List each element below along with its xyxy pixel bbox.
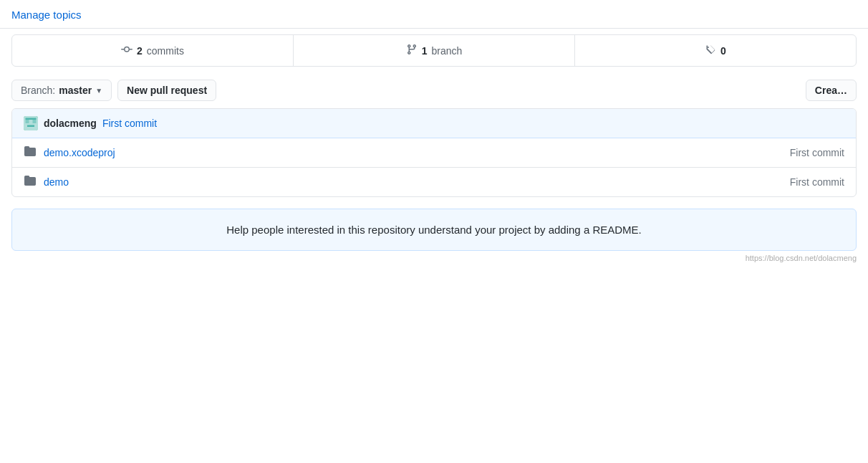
tag-icon <box>705 44 716 57</box>
folder-icon <box>24 175 37 189</box>
watermark: https://blog.csdn.net/dolacmeng <box>0 251 868 265</box>
toolbar: Branch: master ▼ New pull request Crea… <box>0 72 868 108</box>
chevron-down-icon: ▼ <box>95 87 102 95</box>
readme-banner-text: Help people interested in this repositor… <box>226 224 642 236</box>
new-pull-request-button[interactable]: New pull request <box>117 80 216 101</box>
top-divider <box>0 28 868 29</box>
branch-selector-button[interactable]: Branch: master ▼ <box>11 80 112 101</box>
commit-author: dolacmeng <box>44 118 97 129</box>
file-name-link[interactable]: demo <box>44 176 783 188</box>
branches-stat[interactable]: 1 branch <box>294 35 575 66</box>
readme-banner: Help people interested in this repositor… <box>11 209 857 251</box>
commits-count: 2 <box>137 45 143 57</box>
stats-bar: 2 commits 1 branch 0 <box>11 34 857 67</box>
file-commit-message: First commit <box>790 147 844 158</box>
branches-label: branch <box>431 45 462 57</box>
tags-stat[interactable]: 0 <box>575 35 856 66</box>
branch-button-label: Branch: <box>21 85 55 96</box>
avatar <box>24 116 38 130</box>
file-name-link[interactable]: demo.xcodeproj <box>44 147 783 158</box>
tags-count: 0 <box>720 45 726 57</box>
branch-icon <box>406 44 418 57</box>
svg-rect-1 <box>26 120 29 123</box>
file-rows-container: demo.xcodeprojFirst commit demoFirst com… <box>12 138 856 196</box>
file-commit-message: First commit <box>790 176 844 188</box>
create-button[interactable]: Crea… <box>806 80 857 101</box>
manage-topics-link[interactable]: Manage topics <box>11 9 82 21</box>
table-row: demoFirst commit <box>12 168 856 196</box>
table-row: demo.xcodeprojFirst commit <box>12 138 856 168</box>
branch-name: master <box>59 85 92 96</box>
commits-stat[interactable]: 2 commits <box>12 35 294 66</box>
file-table: dolacmeng First commit demo.xcodeprojFir… <box>11 108 857 197</box>
folder-icon <box>24 145 37 160</box>
commit-message-link[interactable]: First commit <box>102 118 157 129</box>
svg-rect-4 <box>26 118 37 120</box>
svg-rect-2 <box>33 120 37 123</box>
svg-rect-3 <box>27 125 34 128</box>
commit-icon <box>121 44 132 57</box>
branches-count: 1 <box>422 45 428 57</box>
commit-header-row: dolacmeng First commit <box>12 109 856 138</box>
commits-label: commits <box>147 45 184 57</box>
manage-topics-section: Manage topics <box>0 0 868 28</box>
